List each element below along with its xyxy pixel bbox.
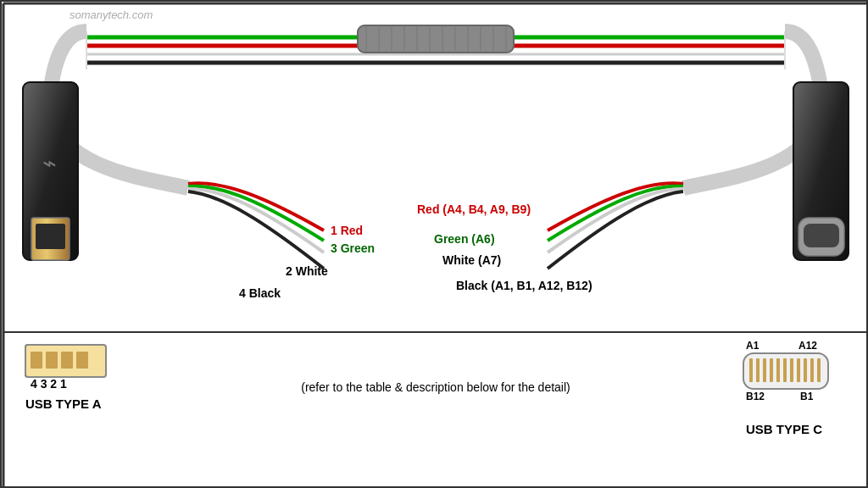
svg-text:2 White: 2 White <box>286 264 328 278</box>
svg-rect-55 <box>770 358 773 382</box>
svg-text:A1: A1 <box>746 340 760 352</box>
svg-text:White          (A7): White (A7) <box>442 253 501 267</box>
svg-rect-28 <box>804 224 839 247</box>
svg-rect-58 <box>790 358 793 382</box>
svg-text:3 Green: 3 Green <box>331 241 375 255</box>
svg-rect-5 <box>358 25 514 53</box>
svg-rect-24 <box>36 224 65 249</box>
svg-rect-56 <box>776 358 780 382</box>
svg-text:⌁: ⌁ <box>42 150 57 176</box>
svg-rect-53 <box>756 358 760 382</box>
svg-rect-61 <box>810 358 814 382</box>
svg-text:A12: A12 <box>798 340 817 352</box>
svg-rect-52 <box>749 358 753 382</box>
main-container: somanytech.com <box>0 0 868 488</box>
svg-rect-45 <box>61 352 73 369</box>
svg-text:1 Red: 1 Red <box>331 224 363 237</box>
svg-rect-54 <box>763 358 766 382</box>
svg-rect-43 <box>31 352 42 369</box>
svg-rect-59 <box>797 358 800 382</box>
svg-text:Red  (A4, B4, A9, B9): Red (A4, B4, A9, B9) <box>417 202 531 216</box>
svg-text:4  3  2  1: 4 3 2 1 <box>31 377 67 391</box>
svg-text:(refer to the table & descript: (refer to the table & description below … <box>301 380 570 394</box>
svg-rect-57 <box>783 358 787 382</box>
diagram-svg: ⌁ 1 Red 3 G <box>2 2 868 488</box>
svg-text:4 Black: 4 Black <box>239 286 281 300</box>
svg-rect-60 <box>804 358 807 382</box>
svg-rect-46 <box>76 352 88 369</box>
svg-text:Black   (A1, B1, A12, B12): Black (A1, B1, A12, B12) <box>456 279 593 292</box>
svg-text:Green        (A6): Green (A6) <box>434 232 495 246</box>
svg-rect-62 <box>817 358 821 382</box>
svg-text:USB TYPE C: USB TYPE C <box>746 422 822 436</box>
svg-text:USB TYPE A: USB TYPE A <box>25 396 102 411</box>
svg-text:B12: B12 <box>746 391 765 402</box>
svg-rect-44 <box>46 352 58 369</box>
svg-text:B1: B1 <box>800 391 814 402</box>
